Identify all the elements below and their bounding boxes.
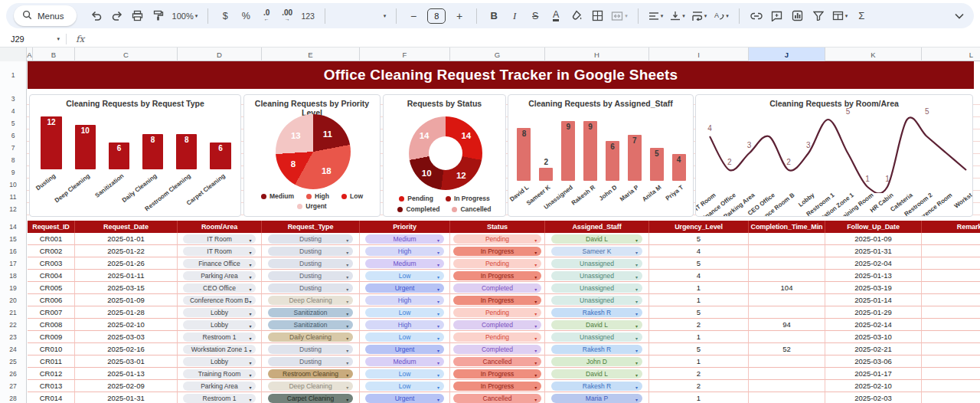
insert-comment-icon[interactable]	[770, 7, 784, 25]
dropdown-pill[interactable]: Completed▾	[453, 283, 542, 293]
row-header-15[interactable]: 15	[0, 233, 26, 245]
row-header-7[interactable]: 7	[0, 142, 26, 154]
dropdown-pill[interactable]: Dusting▾	[268, 271, 354, 280]
borders-icon[interactable]	[590, 7, 604, 25]
more-formats-button[interactable]: 123	[301, 7, 315, 25]
decrease-font-size-button[interactable]: −	[407, 7, 420, 25]
table-tools-icon[interactable]: ▾	[832, 7, 848, 25]
dropdown-pill[interactable]: Dusting▾	[268, 234, 354, 244]
dropdown-pill[interactable]: Pending▾	[453, 308, 542, 317]
row-header-6[interactable]: 6	[0, 129, 26, 142]
row-header-14[interactable]: 14	[0, 221, 26, 233]
dropdown-pill[interactable]: Dusting▾	[268, 247, 354, 256]
row-header-20[interactable]: 20	[0, 294, 26, 306]
dropdown-pill[interactable]: Rakesh R▾	[551, 345, 642, 354]
dropdown-pill[interactable]: Low▾	[365, 308, 444, 317]
dropdown-pill[interactable]: Cancelled▾	[453, 394, 542, 403]
column-header-H[interactable]: H	[545, 48, 649, 61]
dropdown-pill[interactable]: In Progress▾	[453, 271, 542, 280]
dropdown-pill[interactable]: In Progress▾	[453, 296, 542, 305]
dropdown-pill[interactable]: Urgent▾	[365, 283, 444, 293]
row-header-27[interactable]: 27	[0, 380, 26, 392]
dropdown-pill[interactable]: Unassigned▾	[551, 271, 642, 280]
merge-cells-icon[interactable]: ▾	[611, 7, 628, 25]
dropdown-pill[interactable]: High▾	[365, 320, 444, 329]
increase-font-size-button[interactable]: +	[452, 7, 466, 25]
text-wrap-icon[interactable]: ▾	[692, 7, 707, 25]
dropdown-pill[interactable]: David L▾	[551, 234, 642, 244]
dropdown-pill[interactable]: Sameer K▾	[551, 247, 642, 256]
row-header-11[interactable]: 11	[0, 191, 26, 203]
vertical-align-icon[interactable]: ▾	[670, 7, 685, 25]
dropdown-pill[interactable]: Low▾	[365, 271, 444, 280]
dropdown-pill[interactable]: Unassigned▾	[551, 296, 642, 305]
row-header-24[interactable]: 24	[0, 343, 26, 355]
dropdown-pill[interactable]: Completed▾	[453, 320, 542, 329]
column-header-J[interactable]: J	[749, 48, 825, 61]
name-box[interactable]: J29▾	[0, 34, 66, 44]
italic-button[interactable]: I	[508, 7, 521, 25]
row-header-25[interactable]: 25	[0, 355, 26, 368]
row-header-4[interactable]: 4	[0, 105, 26, 117]
select-all-corner[interactable]	[0, 48, 27, 61]
dropdown-pill[interactable]: Lobby▾	[183, 308, 256, 317]
font-size-input[interactable]: 8	[427, 8, 446, 24]
decrease-decimal-button[interactable]: .0←	[260, 7, 273, 25]
dropdown-pill[interactable]: Maria P▾	[551, 394, 642, 403]
dropdown-pill[interactable]: Low▾	[365, 369, 444, 378]
row-header-12[interactable]: 12	[0, 203, 26, 215]
text-rotation-icon[interactable]: A ▾	[714, 7, 729, 25]
increase-decimal-button[interactable]: .00→	[280, 7, 294, 25]
dropdown-pill[interactable]: Lobby▾	[183, 320, 256, 329]
dropdown-pill[interactable]: IT Room▾	[183, 247, 256, 256]
dropdown-pill[interactable]: Restroom 1▾	[183, 333, 256, 342]
dropdown-pill[interactable]: High▾	[365, 296, 444, 305]
redo-icon[interactable]	[110, 7, 124, 25]
dropdown-pill[interactable]: CEO Office▾	[183, 283, 256, 293]
fill-color-icon[interactable]	[570, 7, 583, 25]
dropdown-pill[interactable]: Lobby▾	[183, 357, 256, 366]
dropdown-pill[interactable]: David L▾	[551, 369, 642, 378]
row-header-13[interactable]	[0, 215, 26, 221]
dropdown-pill[interactable]: Daily Cleaning▾	[268, 333, 354, 342]
dropdown-pill[interactable]: In Progress▾	[453, 369, 542, 378]
dropdown-pill[interactable]: Pending▾	[453, 234, 542, 244]
dropdown-pill[interactable]: Cancelled▾	[453, 357, 542, 366]
row-header-19[interactable]: 19	[0, 282, 26, 294]
dropdown-pill[interactable]: In Progress▾	[453, 247, 542, 256]
dropdown-pill[interactable]: Pending▾	[453, 259, 542, 268]
dropdown-pill[interactable]: Completed▾	[453, 345, 542, 354]
column-header-A[interactable]: A	[27, 48, 33, 61]
insert-link-icon[interactable]	[750, 7, 763, 25]
dropdown-pill[interactable]: Sanitization▾	[268, 308, 354, 317]
column-header-D[interactable]: D	[178, 48, 262, 61]
format-currency-button[interactable]: $	[218, 7, 232, 25]
row-header-21[interactable]: 21	[0, 306, 26, 319]
format-percent-button[interactable]: %	[239, 7, 253, 25]
row-header-28[interactable]: 28	[0, 392, 26, 403]
dropdown-pill[interactable]: Deep Cleaning▾	[268, 382, 354, 391]
dropdown-pill[interactable]: Workstation Zone 1▾	[183, 345, 256, 354]
print-icon[interactable]	[131, 7, 145, 25]
dropdown-pill[interactable]: Low▾	[365, 382, 444, 391]
dropdown-pill[interactable]: Urgent▾	[365, 345, 444, 354]
hide-toolbar-chevron-icon[interactable]	[952, 7, 966, 25]
dropdown-pill[interactable]: Pending▾	[453, 333, 542, 342]
dropdown-pill[interactable]: Low▾	[365, 333, 444, 342]
row-header-26[interactable]: 26	[0, 368, 26, 380]
row-header-17[interactable]: 17	[0, 257, 26, 270]
dropdown-pill[interactable]: Restroom 1▾	[183, 394, 256, 403]
dropdown-pill[interactable]: Dusting▾	[268, 357, 354, 366]
functions-button[interactable]: Σ	[854, 7, 868, 25]
row-header-1[interactable]: 1	[0, 61, 26, 89]
dropdown-pill[interactable]: Unassigned▾	[551, 283, 642, 293]
filter-icon[interactable]	[812, 7, 825, 25]
dropdown-pill[interactable]: Medium▾	[365, 357, 444, 366]
text-color-button[interactable]: A	[549, 7, 563, 25]
formula-input[interactable]	[93, 31, 980, 47]
dropdown-pill[interactable]: Dusting▾	[268, 259, 354, 268]
column-header-F[interactable]: F	[360, 48, 450, 61]
dropdown-pill[interactable]: Finance Office▾	[183, 259, 256, 268]
dropdown-pill[interactable]: Unassigned▾	[551, 259, 642, 268]
font-select[interactable]: ▾	[335, 7, 386, 25]
